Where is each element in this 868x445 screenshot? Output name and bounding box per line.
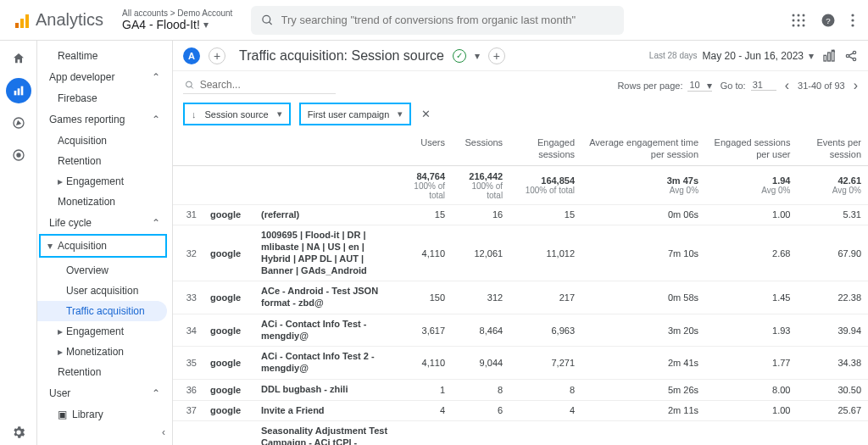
search-input[interactable] [281, 14, 615, 26]
share-icon[interactable] [844, 49, 858, 63]
apps-icon[interactable] [792, 14, 805, 27]
go-to-page[interactable]: Go to:31 [721, 80, 776, 91]
chevron-right-icon: ▸ [58, 175, 63, 187]
chevron-down-icon: ▾ [203, 19, 209, 31]
rail-explore[interactable] [6, 110, 31, 136]
table-search[interactable] [183, 76, 336, 94]
data-table: Users Sessions Engaged sessions Average … [173, 132, 868, 445]
nav-realtime[interactable]: Realtime [37, 46, 172, 66]
svg-point-0 [263, 15, 270, 23]
col-engaged-sessions[interactable]: Engaged sessions [509, 132, 581, 165]
col-eng-per-user[interactable]: Engaged sessions per user [705, 132, 797, 165]
add-comparison-button[interactable]: + [209, 47, 225, 64]
audience-badge: A [183, 47, 200, 64]
search-icon [261, 14, 274, 27]
nav-games-monetization[interactable]: Monetization [37, 192, 172, 212]
chevron-down-icon: ▾ [277, 108, 282, 120]
nav-life-acquisition[interactable]: ▾Acquisition [39, 234, 167, 258]
svg-rect-22 [824, 55, 826, 61]
add-filter-button[interactable]: + [488, 47, 505, 64]
svg-rect-17 [17, 88, 19, 95]
nav-games-reporting[interactable]: Games reporting⌃ [37, 108, 172, 131]
nav-life-retention[interactable]: Retention [37, 362, 172, 382]
svg-point-3 [798, 14, 800, 16]
table-row[interactable]: 36googleDDL bugbash - zhili1885m 26s8.00… [173, 379, 868, 400]
chevron-down-icon: ▾ [809, 50, 814, 62]
col-events-per-session[interactable]: Events per session [797, 132, 868, 165]
svg-rect-18 [20, 86, 23, 96]
nav-firebase[interactable]: Firebase [37, 88, 172, 108]
svg-point-6 [798, 19, 800, 21]
chevron-down-icon: ▾ [707, 80, 712, 92]
table-search-input[interactable] [200, 79, 334, 91]
verified-icon: ✓ [453, 49, 466, 63]
prev-page-button[interactable]: ‹ [785, 78, 789, 93]
next-page-button[interactable]: › [854, 78, 858, 93]
rail-reports[interactable] [6, 78, 31, 103]
title-dropdown-icon[interactable]: ▾ [475, 50, 480, 62]
svg-point-2 [793, 14, 795, 16]
account-switcher[interactable]: All accounts > Demo Account GA4 - Flood-… [112, 5, 242, 35]
table-row[interactable]: 34googleACi - Contact Info Test - mengdi… [173, 314, 868, 347]
chevron-right-icon: ▸ [58, 346, 63, 358]
rail-home[interactable] [6, 46, 31, 71]
table-row[interactable]: 38googleSeasonality Adjustment Test Camp… [173, 421, 868, 445]
nav-user[interactable]: User⌃ [37, 382, 172, 404]
nav-life-monetization[interactable]: ▸Monetization [37, 342, 172, 362]
brand-name: Analytics [36, 10, 103, 30]
nav-games-engagement[interactable]: ▸Engagement [37, 171, 172, 192]
svg-rect-16 [14, 91, 16, 95]
nav-user-acquisition[interactable]: User acquisition [37, 281, 172, 301]
svg-rect-23 [828, 53, 831, 61]
col-users[interactable]: Users [398, 132, 452, 165]
table-row[interactable]: 31google(referral)1516150m 06s1.005.31 [173, 204, 868, 225]
nav-traffic-acquisition[interactable]: Traffic acquisition [37, 301, 167, 321]
svg-point-8 [793, 24, 795, 26]
logo-mark-icon [15, 13, 31, 28]
chevron-up-icon: ⌃ [152, 71, 160, 83]
table-row[interactable]: 32google1009695 | Flood-it | DR | mlibas… [173, 225, 868, 281]
nav-games-acquisition[interactable]: Acquisition [37, 131, 172, 151]
svg-line-1 [270, 21, 272, 24]
svg-text:?: ? [826, 15, 831, 25]
more-vert-icon[interactable] [851, 14, 854, 27]
chevron-up-icon: ⌃ [152, 217, 160, 229]
date-range-picker[interactable]: Last 28 days May 20 - Jun 16, 2023 ▾ [649, 50, 814, 62]
svg-point-7 [803, 19, 805, 21]
global-search[interactable] [251, 6, 624, 35]
svg-point-10 [803, 24, 805, 26]
svg-point-13 [851, 14, 854, 16]
col-sessions[interactable]: Sessions [452, 132, 509, 165]
search-icon [185, 80, 195, 91]
svg-line-31 [191, 86, 192, 87]
analytics-logo: Analytics [7, 10, 112, 30]
svg-point-30 [186, 81, 192, 87]
help-icon[interactable]: ? [821, 13, 836, 28]
table-row[interactable]: 35googleACi - Contact Info Test 2 - meng… [173, 347, 868, 380]
nav-life-cycle[interactable]: Life cycle⌃ [37, 212, 172, 234]
chevron-up-icon: ⌃ [152, 114, 160, 125]
rail-advertising[interactable] [6, 142, 31, 168]
table-row[interactable]: 33googleACe - Android - Test JSON format… [173, 281, 868, 314]
nav-overview[interactable]: Overview [37, 260, 172, 281]
nav-games-retention[interactable]: Retention [37, 151, 172, 171]
svg-point-5 [793, 19, 795, 21]
svg-point-9 [798, 24, 800, 26]
table-row[interactable]: 37googleInvite a Friend4642m 11s1.0025.6… [173, 400, 868, 421]
collapse-sidebar-icon[interactable]: ‹ [162, 426, 165, 438]
nav-app-developer[interactable]: App developer⌃ [37, 66, 172, 88]
nav-life-engagement[interactable]: ▸Engagement [37, 321, 172, 342]
col-avg-engagement[interactable]: Average engagement time per session [581, 132, 705, 165]
page-range: 31-40 of 93 [798, 81, 845, 91]
chevron-right-icon: ▸ [58, 325, 63, 337]
customize-report-icon[interactable] [822, 49, 836, 63]
report-title: Traffic acquisition: Session source [239, 48, 444, 64]
secondary-dimension-chip[interactable]: First user campaign▾ [299, 103, 412, 125]
nav-library[interactable]: ▣Library [37, 404, 172, 425]
primary-dimension-chip[interactable]: ↓Session source▾ [183, 103, 291, 125]
rows-per-page[interactable]: Rows per page:10 ▾ [617, 80, 711, 92]
remove-dimension-button[interactable]: ✕ [420, 108, 432, 120]
account-name: GA4 - Flood-It! [122, 18, 200, 31]
rail-admin[interactable] [6, 420, 31, 445]
svg-line-28 [849, 53, 853, 55]
